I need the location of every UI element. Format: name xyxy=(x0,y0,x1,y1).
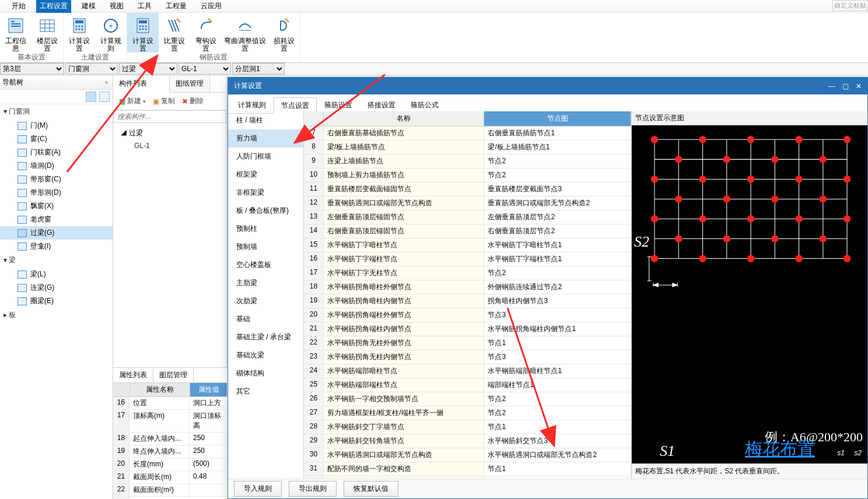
grid-row[interactable]: 25水平钢筋端部端柱节点端部端柱节点1 xyxy=(304,378,631,392)
close-dialog-icon[interactable]: ✕ xyxy=(856,82,862,90)
dlg-tab-箍筋设置[interactable]: 箍筋设置 xyxy=(317,97,360,113)
nav-item-带形洞(D)[interactable]: 带形洞(D) xyxy=(0,186,113,199)
ribbon-计算设置[interactable]: 计算设置 xyxy=(127,13,159,52)
grid-row[interactable]: 20水平钢筋拐角端柱外侧节点节点3 xyxy=(304,308,631,322)
export-rules-button[interactable]: 导出规则 xyxy=(289,481,337,497)
close-icon[interactable]: × xyxy=(103,79,110,87)
nav-item-门联窗(A)[interactable]: 门联窗(A) xyxy=(0,146,113,159)
prop-row[interactable]: 19终点伸入墙内...250 xyxy=(113,445,227,458)
nav-item-门(M)[interactable]: 门(M) xyxy=(0,119,113,132)
nav-item-连梁(G)[interactable]: 连梁(G) xyxy=(0,281,113,294)
grid-row[interactable]: 19水平钢筋拐角暗柱内侧节点拐角暗柱内侧节点3 xyxy=(304,294,631,308)
import-rules-button[interactable]: 导入规则 xyxy=(234,481,282,497)
nav-item-窗(C)[interactable]: 窗(C) xyxy=(0,132,113,146)
nav-item-带形窗(C)[interactable]: 带形窗(C) xyxy=(0,173,113,186)
grid-row[interactable]: 21水平钢筋拐角端柱内侧节点水平钢筋拐角端柱内侧节点1 xyxy=(304,322,631,336)
ribbon-损耗设置[interactable]: 损耗设置 xyxy=(268,13,300,52)
grid-row[interactable]: 31配筋不同的墙一字相交构造节点1 xyxy=(304,462,631,476)
minimize-icon[interactable]: — xyxy=(828,82,835,90)
cat-板[interactable]: ▸ 板 xyxy=(0,308,113,320)
tree-child-gl1[interactable]: GL-1 xyxy=(118,140,222,152)
search-input[interactable] xyxy=(113,110,226,123)
grid-row[interactable]: 15水平钢筋丁字暗柱节点水平钢筋丁字暗柱节点1 xyxy=(304,238,631,252)
nav-item-梁(L)[interactable]: 梁(L) xyxy=(0,268,113,281)
grid-row[interactable]: 9连梁上墙插筋节点节点2 xyxy=(304,154,631,168)
category-框架梁[interactable]: 框架梁 xyxy=(228,166,303,184)
dlg-tab-计算规则[interactable]: 计算规则 xyxy=(230,97,274,113)
menu-工具[interactable]: 工具 xyxy=(134,0,155,13)
floor-select[interactable]: 第3层 xyxy=(0,63,64,75)
prop-row[interactable]: 21截面周长(m)0.48 xyxy=(113,471,227,484)
grid-row[interactable]: 27剪力墙遇框架柱/框支柱/端柱平齐一侧节点2 xyxy=(304,406,631,420)
list-view-icon[interactable] xyxy=(86,92,96,102)
menu-开始[interactable]: 开始 xyxy=(8,0,29,13)
grid-row[interactable]: 16水平钢筋丁字端柱节点水平钢筋丁字端柱节点1 xyxy=(304,252,631,266)
cat-梁[interactable]: ▾ 梁 xyxy=(0,253,113,268)
new-button[interactable]: ▦ 新建 ▾ xyxy=(117,95,148,107)
dlg-tab-搭接设置[interactable]: 搭接设置 xyxy=(360,97,403,113)
category-预制墙[interactable]: 预制墙 xyxy=(228,238,303,256)
category-预制柱[interactable]: 预制柱 xyxy=(228,220,303,238)
menu-视图[interactable]: 视图 xyxy=(106,0,127,13)
cat-门窗洞[interactable]: ▾ 门窗洞 xyxy=(0,104,113,119)
grid-row[interactable]: 18水平钢筋拐角暗柱外侧节点外侧钢筋连续通过节点2 xyxy=(304,280,631,294)
grid-row[interactable]: 13左侧垂直筋顶层锚固节点左侧垂直筋顶层节点2 xyxy=(304,210,631,224)
menu-工程设置[interactable]: 工程设置 xyxy=(36,0,71,13)
nav-item-过梁(G)[interactable]: 过梁(G) xyxy=(0,226,113,240)
grid-row[interactable]: 24水平钢筋端部暗柱节点水平钢筋端部暗柱节点1 xyxy=(304,364,631,378)
category-剪力墙[interactable]: 剪力墙 xyxy=(228,129,303,147)
tab-drawing-mgmt[interactable]: 图纸管理 xyxy=(170,76,210,92)
grid-row[interactable]: 10预制墙上剪力墙插筋节点节点2 xyxy=(304,168,631,182)
category-其它[interactable]: 其它 xyxy=(228,382,303,400)
ribbon-比重设置[interactable]: 比重设置 xyxy=(159,13,190,52)
menu-建模[interactable]: 建模 xyxy=(78,0,99,13)
grid-view-icon[interactable] xyxy=(99,92,110,102)
category-非框架梁[interactable]: 非框架梁 xyxy=(228,184,303,202)
grid-row[interactable]: 7右侧垂直筋基础插筋节点右侧垂直筋插筋节点1 xyxy=(304,126,631,140)
ribbon-计算规则[interactable]: +计算规则 xyxy=(95,13,127,52)
code-select[interactable]: GL-1 xyxy=(178,63,231,75)
ribbon-弯曲调整值设置[interactable]: 弯曲调整值设置 xyxy=(222,13,268,52)
grid-row[interactable]: 12垂直钢筋遇洞口或端部无节点构造垂直筋遇洞口或端部无节点构造2 xyxy=(304,196,631,210)
ribbon-计算设置[interactable]: 计算设置 xyxy=(64,13,95,52)
category-砌体结构[interactable]: 砌体结构 xyxy=(228,364,303,382)
category-柱 / 墙柱[interactable]: 柱 / 墙柱 xyxy=(228,111,303,129)
maximize-icon[interactable]: ▢ xyxy=(842,82,849,90)
nav-item-老虎窗[interactable]: 老虎窗 xyxy=(0,213,113,226)
restore-default-button[interactable]: 恢复默认值 xyxy=(344,481,398,497)
tab-layer-mgmt[interactable]: 图层管理 xyxy=(153,368,194,382)
grid-row[interactable]: 30水平钢筋遇洞口或端部无节点构造水平钢筋遇洞口或端部无节点构造2 xyxy=(304,448,631,462)
category-主肋梁[interactable]: 主肋梁 xyxy=(228,274,303,292)
category-基础[interactable]: 基础 xyxy=(228,310,303,328)
grid-row[interactable]: 22水平钢筋拐角无柱外侧节点节点1 xyxy=(304,336,631,350)
opening-select[interactable]: 门窗洞 xyxy=(65,63,118,75)
nav-item-圈梁(E)[interactable]: 圈梁(E) xyxy=(0,294,113,308)
copy-button[interactable]: ▣ 复制 xyxy=(150,95,177,107)
grid-row[interactable]: 17水平钢筋丁字无柱节点节点2 xyxy=(304,266,631,280)
ribbon-工程信息[interactable]: 工程信息 xyxy=(0,13,32,52)
ribbon-弯钩设置[interactable]: 弯钩设置 xyxy=(190,13,222,52)
prop-row[interactable]: 23备注 xyxy=(113,497,227,499)
tab-component-list[interactable]: 构件列表 xyxy=(113,76,170,93)
nav-item-飘窗(X)[interactable]: 飘窗(X) xyxy=(0,199,113,213)
grid-row[interactable]: 8梁/板上墙插筋节点梁/板上墙插筋节点1 xyxy=(304,140,631,154)
prop-row[interactable]: 20长度(mm)(500) xyxy=(113,458,227,471)
category-空心楼盖板[interactable]: 空心楼盖板 xyxy=(228,256,303,274)
category-次肋梁[interactable]: 次肋梁 xyxy=(228,292,303,310)
category-板 / 叠合板(整厚)[interactable]: 板 / 叠合板(整厚) xyxy=(228,202,303,220)
ribbon-楼层设置[interactable]: 楼层设置 xyxy=(32,13,63,52)
grid-row[interactable]: 14右侧垂直筋顶层锚固节点右侧垂直筋顶层节点2 xyxy=(304,224,631,238)
menu-工程量[interactable]: 工程量 xyxy=(162,0,190,13)
prop-row[interactable]: 16位置洞口上方 xyxy=(113,397,227,410)
nav-item-墙洞(D)[interactable]: 墙洞(D) xyxy=(0,159,113,173)
prop-row[interactable]: 18起点伸入墙内...250 xyxy=(113,433,227,445)
category-人防门框墙[interactable]: 人防门框墙 xyxy=(228,147,303,166)
beam-select[interactable]: 过梁 xyxy=(119,63,177,75)
delete-button[interactable]: ✖ 删除 xyxy=(180,95,206,107)
grid-row[interactable]: 11垂直筋楼层变截面锚固节点垂直筋楼层变截面节点3 xyxy=(304,182,631,196)
grid-row[interactable]: 23水平钢筋拐角无柱内侧节点节点3 xyxy=(304,350,631,364)
grid-row[interactable]: 26水平钢筋一字相交预制墙节点节点2 xyxy=(304,392,631,406)
layer-select[interactable]: 分层洞1 xyxy=(232,63,285,75)
category-基础主梁 / 承台梁[interactable]: 基础主梁 / 承台梁 xyxy=(228,328,303,346)
prop-row[interactable]: 22截面面积(m²) xyxy=(113,484,227,497)
